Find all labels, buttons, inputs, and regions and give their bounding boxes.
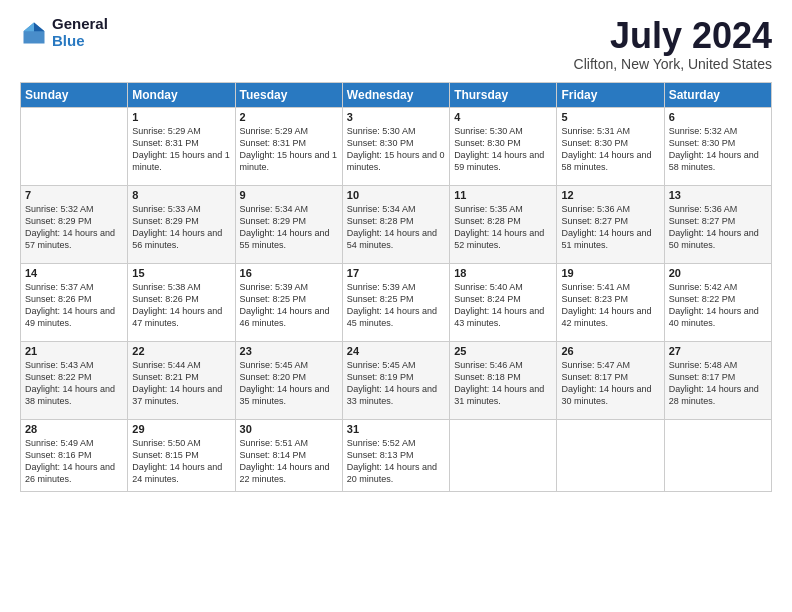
calendar-cell: 24Sunrise: 5:45 AMSunset: 8:19 PMDayligh… [342,341,449,419]
calendar-cell: 30Sunrise: 5:51 AMSunset: 8:14 PMDayligh… [235,419,342,491]
day-number: 10 [347,189,445,201]
calendar-cell: 31Sunrise: 5:52 AMSunset: 8:13 PMDayligh… [342,419,449,491]
calendar-cell: 21Sunrise: 5:43 AMSunset: 8:22 PMDayligh… [21,341,128,419]
calendar-cell: 18Sunrise: 5:40 AMSunset: 8:24 PMDayligh… [450,263,557,341]
logo: General Blue [20,16,108,49]
cell-info: Sunrise: 5:30 AMSunset: 8:30 PMDaylight:… [454,125,552,174]
col-header-saturday: Saturday [664,82,771,107]
cell-info: Sunrise: 5:45 AMSunset: 8:19 PMDaylight:… [347,359,445,408]
calendar-cell: 17Sunrise: 5:39 AMSunset: 8:25 PMDayligh… [342,263,449,341]
logo-general: General [52,16,108,33]
cell-info: Sunrise: 5:50 AMSunset: 8:15 PMDaylight:… [132,437,230,486]
calendar-cell: 6Sunrise: 5:32 AMSunset: 8:30 PMDaylight… [664,107,771,185]
day-number: 28 [25,423,123,435]
calendar-cell: 4Sunrise: 5:30 AMSunset: 8:30 PMDaylight… [450,107,557,185]
cell-info: Sunrise: 5:36 AMSunset: 8:27 PMDaylight:… [669,203,767,252]
day-number: 12 [561,189,659,201]
calendar-cell: 26Sunrise: 5:47 AMSunset: 8:17 PMDayligh… [557,341,664,419]
day-number: 23 [240,345,338,357]
cell-info: Sunrise: 5:39 AMSunset: 8:25 PMDaylight:… [347,281,445,330]
cell-info: Sunrise: 5:52 AMSunset: 8:13 PMDaylight:… [347,437,445,486]
day-number: 11 [454,189,552,201]
day-number: 27 [669,345,767,357]
day-number: 30 [240,423,338,435]
header: General Blue July 2024 Clifton, New York… [20,16,772,72]
cell-info: Sunrise: 5:37 AMSunset: 8:26 PMDaylight:… [25,281,123,330]
cell-info: Sunrise: 5:34 AMSunset: 8:28 PMDaylight:… [347,203,445,252]
calendar-cell: 2Sunrise: 5:29 AMSunset: 8:31 PMDaylight… [235,107,342,185]
cell-info: Sunrise: 5:46 AMSunset: 8:18 PMDaylight:… [454,359,552,408]
calendar-cell: 10Sunrise: 5:34 AMSunset: 8:28 PMDayligh… [342,185,449,263]
cell-info: Sunrise: 5:29 AMSunset: 8:31 PMDaylight:… [132,125,230,174]
calendar-table: SundayMondayTuesdayWednesdayThursdayFrid… [20,82,772,492]
cell-info: Sunrise: 5:30 AMSunset: 8:30 PMDaylight:… [347,125,445,174]
day-number: 14 [25,267,123,279]
calendar-cell: 5Sunrise: 5:31 AMSunset: 8:30 PMDaylight… [557,107,664,185]
day-number: 24 [347,345,445,357]
calendar-cell: 13Sunrise: 5:36 AMSunset: 8:27 PMDayligh… [664,185,771,263]
cell-info: Sunrise: 5:41 AMSunset: 8:23 PMDaylight:… [561,281,659,330]
day-number: 9 [240,189,338,201]
day-number: 19 [561,267,659,279]
day-number: 17 [347,267,445,279]
cell-info: Sunrise: 5:43 AMSunset: 8:22 PMDaylight:… [25,359,123,408]
svg-marker-1 [34,22,45,31]
col-header-friday: Friday [557,82,664,107]
cell-info: Sunrise: 5:40 AMSunset: 8:24 PMDaylight:… [454,281,552,330]
calendar-cell [450,419,557,491]
week-row-4: 21Sunrise: 5:43 AMSunset: 8:22 PMDayligh… [21,341,772,419]
week-row-5: 28Sunrise: 5:49 AMSunset: 8:16 PMDayligh… [21,419,772,491]
day-number: 7 [25,189,123,201]
col-header-monday: Monday [128,82,235,107]
day-number: 31 [347,423,445,435]
calendar-cell: 25Sunrise: 5:46 AMSunset: 8:18 PMDayligh… [450,341,557,419]
svg-marker-2 [24,22,35,31]
cell-info: Sunrise: 5:47 AMSunset: 8:17 PMDaylight:… [561,359,659,408]
calendar-cell: 11Sunrise: 5:35 AMSunset: 8:28 PMDayligh… [450,185,557,263]
cell-info: Sunrise: 5:32 AMSunset: 8:29 PMDaylight:… [25,203,123,252]
calendar-cell: 3Sunrise: 5:30 AMSunset: 8:30 PMDaylight… [342,107,449,185]
col-header-thursday: Thursday [450,82,557,107]
logo-blue: Blue [52,33,108,50]
cell-info: Sunrise: 5:38 AMSunset: 8:26 PMDaylight:… [132,281,230,330]
day-number: 16 [240,267,338,279]
cell-info: Sunrise: 5:39 AMSunset: 8:25 PMDaylight:… [240,281,338,330]
calendar-cell: 19Sunrise: 5:41 AMSunset: 8:23 PMDayligh… [557,263,664,341]
calendar-cell: 23Sunrise: 5:45 AMSunset: 8:20 PMDayligh… [235,341,342,419]
calendar-cell: 7Sunrise: 5:32 AMSunset: 8:29 PMDaylight… [21,185,128,263]
day-number: 26 [561,345,659,357]
day-number: 22 [132,345,230,357]
title-block: July 2024 Clifton, New York, United Stat… [574,16,772,72]
calendar-cell: 16Sunrise: 5:39 AMSunset: 8:25 PMDayligh… [235,263,342,341]
day-number: 21 [25,345,123,357]
day-number: 8 [132,189,230,201]
cell-info: Sunrise: 5:32 AMSunset: 8:30 PMDaylight:… [669,125,767,174]
day-number: 25 [454,345,552,357]
calendar-header-row: SundayMondayTuesdayWednesdayThursdayFrid… [21,82,772,107]
cell-info: Sunrise: 5:44 AMSunset: 8:21 PMDaylight:… [132,359,230,408]
cell-info: Sunrise: 5:49 AMSunset: 8:16 PMDaylight:… [25,437,123,486]
cell-info: Sunrise: 5:48 AMSunset: 8:17 PMDaylight:… [669,359,767,408]
calendar-cell: 27Sunrise: 5:48 AMSunset: 8:17 PMDayligh… [664,341,771,419]
col-header-wednesday: Wednesday [342,82,449,107]
col-header-tuesday: Tuesday [235,82,342,107]
cell-info: Sunrise: 5:31 AMSunset: 8:30 PMDaylight:… [561,125,659,174]
day-number: 5 [561,111,659,123]
cell-info: Sunrise: 5:42 AMSunset: 8:22 PMDaylight:… [669,281,767,330]
cell-info: Sunrise: 5:34 AMSunset: 8:29 PMDaylight:… [240,203,338,252]
day-number: 20 [669,267,767,279]
page: General Blue July 2024 Clifton, New York… [0,0,792,612]
logo-icon [20,19,48,47]
calendar-cell: 28Sunrise: 5:49 AMSunset: 8:16 PMDayligh… [21,419,128,491]
day-number: 13 [669,189,767,201]
week-row-1: 1Sunrise: 5:29 AMSunset: 8:31 PMDaylight… [21,107,772,185]
calendar-cell: 20Sunrise: 5:42 AMSunset: 8:22 PMDayligh… [664,263,771,341]
cell-info: Sunrise: 5:33 AMSunset: 8:29 PMDaylight:… [132,203,230,252]
cell-info: Sunrise: 5:36 AMSunset: 8:27 PMDaylight:… [561,203,659,252]
calendar-cell: 15Sunrise: 5:38 AMSunset: 8:26 PMDayligh… [128,263,235,341]
calendar-cell: 1Sunrise: 5:29 AMSunset: 8:31 PMDaylight… [128,107,235,185]
day-number: 18 [454,267,552,279]
calendar-cell: 22Sunrise: 5:44 AMSunset: 8:21 PMDayligh… [128,341,235,419]
calendar-cell: 12Sunrise: 5:36 AMSunset: 8:27 PMDayligh… [557,185,664,263]
week-row-2: 7Sunrise: 5:32 AMSunset: 8:29 PMDaylight… [21,185,772,263]
